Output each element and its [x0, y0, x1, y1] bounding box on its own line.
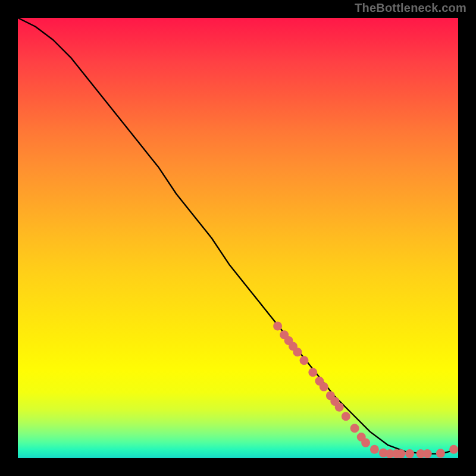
data-marker — [342, 412, 350, 421]
data-marker — [370, 445, 379, 454]
data-marker — [449, 445, 458, 454]
data-marker — [308, 368, 317, 377]
data-markers — [273, 322, 458, 459]
data-marker — [300, 356, 309, 365]
attribution-text: TheBottleneck.com — [355, 1, 466, 15]
data-marker — [361, 439, 370, 447]
bottleneck-curve — [18, 18, 458, 454]
data-marker — [335, 403, 344, 412]
data-marker — [396, 449, 405, 458]
data-marker — [405, 449, 414, 458]
data-marker — [273, 322, 282, 331]
data-marker — [320, 383, 328, 392]
chart-overlay — [18, 18, 458, 458]
plot-area — [18, 18, 458, 458]
data-marker — [436, 449, 445, 458]
data-marker — [293, 347, 302, 356]
data-marker — [350, 424, 359, 433]
data-marker — [423, 449, 432, 458]
